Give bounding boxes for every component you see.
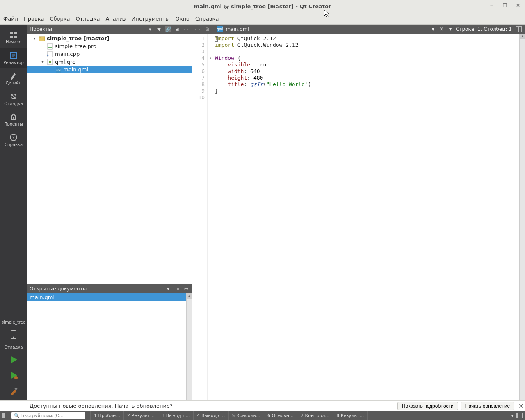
mode-welcome[interactable]: Начало — [0, 27, 27, 48]
dropdown-icon[interactable]: ▾ — [165, 285, 171, 292]
minimize-icon[interactable]: ─ — [488, 2, 495, 9]
close-icon[interactable]: ✕ — [518, 403, 523, 409]
nav-forward-icon[interactable]: › — [198, 26, 200, 32]
link-icon[interactable]: 🔗 — [165, 26, 171, 32]
nav-back-icon[interactable]: ‹ — [194, 26, 196, 32]
editor-filename: main.qml — [226, 26, 249, 32]
locator-search[interactable]: 🔍 — [11, 412, 85, 419]
open-doc-item[interactable]: main.qml — [27, 293, 186, 301]
menu-инструменты[interactable]: Инструменты — [131, 16, 169, 22]
split-editor-icon[interactable] — [516, 26, 522, 32]
run-button[interactable] — [7, 353, 20, 366]
menu-отладка[interactable]: Отладка — [76, 16, 100, 22]
welcome-icon — [9, 31, 18, 39]
tree-row[interactable]: ▾simple_tree [master] — [27, 34, 192, 42]
svg-rect-22 — [48, 47, 52, 48]
output-pane-tab[interactable]: 6 Основн… — [264, 411, 297, 420]
menu-сборка[interactable]: Сборка — [50, 16, 70, 22]
start-update-button[interactable]: Начать обновление — [461, 402, 514, 410]
menu-файл[interactable]: Файл — [3, 16, 18, 22]
dropdown-icon[interactable]: ▾ — [511, 413, 514, 418]
collapse-icon[interactable]: ▭ — [183, 26, 189, 32]
debug-run-button[interactable] — [7, 369, 20, 382]
toggle-right-sidebar-icon[interactable] — [516, 413, 523, 418]
collapse-icon[interactable]: ▭ — [183, 285, 189, 292]
open-docs-header: Открытые документы ▾ ⊞ ▭ — [27, 284, 192, 293]
tree-label: simple_tree [master] — [47, 35, 110, 41]
add-split-icon[interactable]: ⊞ — [174, 285, 180, 292]
open-docs-list[interactable]: main.qml — [27, 293, 186, 400]
menubar: ФайлПравкаСборкаОтладкаАнализИнструменты… — [0, 13, 525, 25]
svg-rect-20 — [39, 37, 41, 38]
expand-arrow-icon[interactable]: ▾ — [32, 36, 37, 41]
svg-point-17 — [14, 376, 18, 379]
close-tab-icon[interactable]: ✕ — [437, 26, 446, 32]
close-icon[interactable]: ✕ — [514, 2, 522, 9]
dropdown-icon[interactable]: ▾ — [147, 26, 153, 32]
add-split-icon[interactable]: ⊞ — [174, 26, 180, 32]
output-pane-tab[interactable]: 4 Вывод с… — [193, 411, 228, 420]
titlebar: main.qml @ simple_tree [master] - Qt Cre… — [0, 0, 525, 13]
mode-design[interactable]: Дизайн — [0, 68, 27, 89]
scrollbar[interactable]: ▴ — [186, 293, 192, 400]
project-icon — [39, 35, 45, 42]
outline-dropdown-icon[interactable]: ▾ — [449, 26, 452, 32]
scrollbar[interactable]: ▴ — [519, 34, 525, 400]
tree-row[interactable]: qmlmain.qml — [27, 66, 192, 73]
menu-справка[interactable]: Справка — [195, 16, 219, 22]
dropdown-icon[interactable]: ▾ — [429, 26, 437, 32]
show-details-button[interactable]: Показать подробности — [397, 402, 458, 410]
locator-input[interactable] — [21, 413, 79, 418]
menu-правка[interactable]: Правка — [24, 16, 44, 22]
tree-label: qml.qrc — [55, 59, 75, 65]
svg-point-14 — [13, 337, 14, 338]
tree-label: simple_tree.pro — [55, 43, 96, 49]
editor-toolbar: ‹ › 🗎 qml main.qml ▾ ✕ ▾ Строка: 1, Стол… — [192, 25, 525, 34]
mode-debug[interactable]: Отладка — [0, 89, 27, 109]
window-title: main.qml @ simple_tree [master] - Qt Cre… — [194, 3, 331, 9]
svg-point-10 — [13, 117, 14, 119]
svg-point-26 — [49, 61, 51, 63]
edit-icon — [9, 51, 18, 59]
output-pane-tab[interactable]: 2 Результ… — [123, 411, 158, 420]
svg-text:?: ? — [12, 135, 15, 140]
modes-sidebar: НачалоРедакторДизайнОтладкаПроекты?Справ… — [0, 25, 27, 400]
menu-окно[interactable]: Окно — [176, 16, 190, 22]
mode-edit[interactable]: Редактор — [0, 48, 27, 68]
fold-column[interactable]: ▾ — [208, 34, 213, 400]
menu-анализ[interactable]: Анализ — [105, 16, 126, 22]
status-bar: 🔍 1 Пробле…2 Результ…3 Вывод п…4 Вывод с… — [0, 411, 525, 420]
toggle-sidebar-icon[interactable] — [2, 413, 9, 418]
output-pane-tab[interactable]: 7 Контрол… — [297, 411, 333, 420]
svg-text:C++: C++ — [47, 53, 53, 57]
tree-label: main.qml — [63, 66, 88, 73]
svg-text:qml: qml — [56, 68, 61, 72]
kit-selector[interactable] — [7, 328, 20, 341]
projects-icon — [9, 113, 18, 121]
output-pane-tab[interactable]: 3 Вывод п… — [158, 411, 193, 420]
tree-row[interactable]: simple_tree.pro — [27, 42, 192, 50]
build-button[interactable] — [7, 384, 20, 397]
code-editor[interactable]: import QtQuick 2.12import QtQuick.Window… — [213, 34, 519, 400]
pro-file-icon — [47, 43, 53, 50]
projects-panel-title: Проекты — [30, 26, 52, 32]
qrc-file-icon — [47, 59, 53, 65]
mode-projects[interactable]: Проекты — [0, 109, 27, 130]
maximize-icon[interactable]: ☐ — [501, 2, 509, 9]
mode-help[interactable]: ?Справка — [0, 130, 27, 150]
expand-arrow-icon[interactable]: ▾ — [40, 59, 45, 64]
search-icon: 🔍 — [14, 413, 20, 418]
output-pane-tab[interactable]: 1 Пробле… — [90, 411, 123, 420]
output-pane-tab[interactable]: 8 Результ… — [333, 411, 368, 420]
tree-row[interactable]: ▾qml.qrc — [27, 58, 192, 66]
kit-project-label: simple_tree — [2, 320, 25, 324]
project-tree[interactable]: ▾simple_tree [master]simple_tree.proC++m… — [27, 34, 192, 284]
line-number-gutter[interactable]: 12345678910 — [192, 34, 208, 400]
output-pane-tab[interactable]: 5 Консоль… — [228, 411, 264, 420]
tree-row[interactable]: C++main.cpp — [27, 50, 192, 58]
lock-icon[interactable]: 🗎 — [203, 26, 212, 32]
svg-rect-18 — [14, 387, 17, 390]
filter-icon[interactable]: ▼ — [156, 26, 162, 32]
design-icon — [9, 72, 18, 80]
editor-tab[interactable]: qml main.qml — [212, 26, 253, 32]
